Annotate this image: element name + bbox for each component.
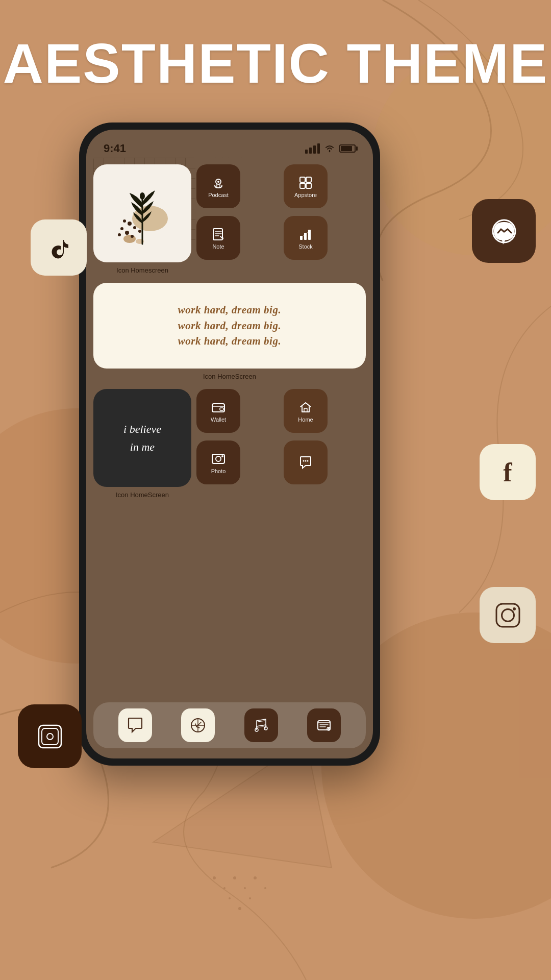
podcast-label: Podcast [208,192,229,198]
quote-widget-label: Icon HomeScreen [93,373,366,380]
home-app-icon[interactable]: Home [284,389,328,433]
svg-point-11 [502,609,514,621]
svg-point-7 [238,907,241,910]
page-title: AESTHETIC THEME [0,31,551,95]
svg-point-17 [123,235,136,243]
svg-point-42 [216,456,221,461]
svg-point-5 [264,887,266,889]
svg-rect-30 [300,177,305,182]
photo-label: Photo [211,468,226,474]
wallet-label: Wallet [211,416,226,423]
dock-music[interactable] [244,708,278,742]
svg-point-44 [303,460,305,462]
app-section-1: Podcast Appstore [93,164,366,262]
battery-icon [339,144,356,153]
svg-rect-39 [220,408,223,410]
dock-safari[interactable] [181,708,215,742]
svg-point-26 [131,235,134,238]
svg-point-24 [138,230,141,233]
svg-point-21 [120,227,123,230]
dock-messages[interactable] [118,708,152,742]
status-bar: 9:41 [86,130,373,158]
status-time: 9:41 [104,142,126,155]
svg-point-0 [213,876,216,879]
svg-rect-32 [300,183,305,188]
svg-point-46 [307,460,309,462]
stock-label: Stock [298,243,313,250]
svg-point-1 [223,887,226,889]
app-grid-2: Wallet Home Photo [196,389,366,487]
svg-point-8 [249,897,251,899]
svg-point-29 [217,181,219,183]
believe-widget-label: Icon HomeScreen [93,491,191,499]
plant-widget[interactable] [93,164,191,262]
svg-point-43 [221,455,223,457]
svg-rect-10 [496,604,519,627]
svg-point-20 [128,222,132,226]
svg-point-19 [123,219,126,223]
svg-point-45 [305,460,307,462]
svg-rect-40 [304,408,307,412]
note-app-icon[interactable]: Note [196,216,240,260]
svg-rect-31 [306,177,311,182]
svg-point-22 [133,226,136,229]
svg-point-12 [513,607,516,610]
stock-app-icon[interactable]: Stock [284,216,328,260]
quote-text: work hard, dream big. work hard, dream b… [178,302,281,349]
appstore-app-icon[interactable]: Appstore [284,164,328,208]
app-grid: Podcast Appstore [196,164,366,262]
wifi-icon [324,144,335,153]
wallet-app-icon[interactable]: Wallet [196,389,240,433]
believe-widget[interactable]: i believe in me [93,389,191,487]
photo-app-icon[interactable]: Photo [196,440,240,484]
svg-point-23 [125,231,129,235]
svg-rect-37 [308,230,311,240]
app-section-2: i believe in me Wallet [93,389,366,487]
svg-point-15 [47,733,53,740]
quote-widget[interactable]: work hard, dream big. work hard, dream b… [93,283,366,369]
messenger-floating-icon[interactable] [472,199,536,263]
appstore-label: Appstore [294,192,317,198]
podcast-app-icon[interactable]: Podcast [196,164,240,208]
svg-point-4 [254,876,257,879]
tiktok-floating-icon[interactable] [31,219,87,276]
svg-rect-33 [306,183,311,188]
svg-point-2 [233,876,236,879]
svg-point-27 [140,192,145,200]
signal-icon [305,143,320,154]
svg-point-3 [244,887,246,889]
note-label: Note [212,243,224,250]
wallet-floating-icon[interactable] [18,704,82,768]
dock-files[interactable] [307,708,341,742]
instagram-floating-icon[interactable] [480,587,536,643]
plant-widget-label: Icon Homescreen [93,266,191,274]
home-label: Home [298,416,313,423]
status-icons [305,143,356,154]
svg-rect-14 [42,728,58,745]
believe-line1: i believe [123,423,161,435]
messages-app-icon[interactable] [284,440,328,484]
facebook-floating-icon[interactable]: f [480,444,536,500]
dock [93,702,366,748]
phone-frame: 9:41 · · · · · [79,122,380,766]
svg-point-6 [229,897,231,899]
svg-rect-34 [213,229,222,240]
believe-line2: in me [130,440,155,453]
phone-screen: 9:41 · · · · · [86,130,373,758]
svg-point-25 [118,233,121,236]
